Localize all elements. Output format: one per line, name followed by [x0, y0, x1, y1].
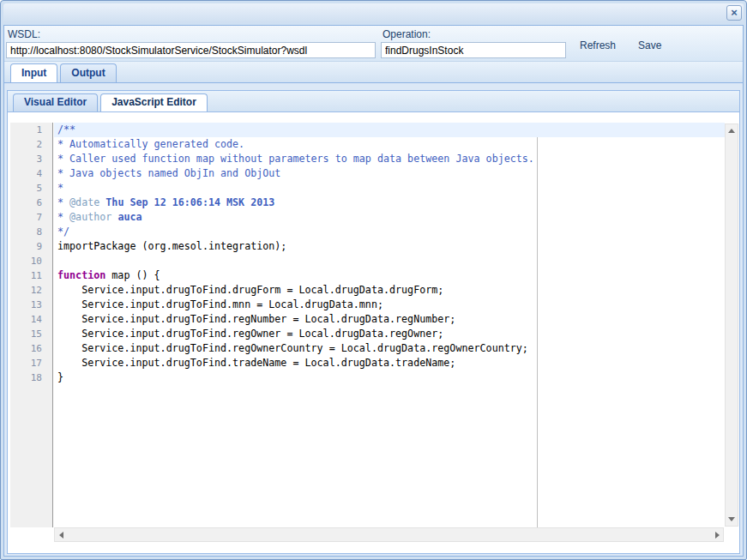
- code-line[interactable]: Service.input.drugToFind.tradeName = Loc…: [54, 356, 725, 370]
- line-number: 6: [10, 196, 52, 210]
- window-titlebar: ×: [3, 3, 744, 23]
- code-line[interactable]: * @author auca: [54, 210, 725, 225]
- code-line[interactable]: *: [54, 181, 725, 196]
- scroll-down-icon[interactable]: [726, 513, 738, 526]
- line-number: 15: [10, 327, 52, 341]
- close-icon[interactable]: ×: [726, 5, 742, 21]
- save-button[interactable]: Save: [636, 38, 664, 53]
- main-panel: WSDL: Operation: Refresh Save Input Outp…: [3, 25, 744, 557]
- code-line[interactable]: * Java objects named ObjIn and ObjOut: [54, 166, 725, 181]
- code-line[interactable]: [54, 254, 725, 268]
- toolbar-buttons: Refresh Save: [577, 27, 664, 63]
- code-line[interactable]: Service.input.drugToFind.regOwner = Loca…: [54, 327, 725, 341]
- operation-field-group: Operation:: [381, 27, 566, 58]
- line-number: 2: [10, 137, 52, 152]
- line-number: 12: [10, 283, 52, 298]
- scroll-right-icon[interactable]: [711, 528, 723, 541]
- line-number: 9: [10, 239, 52, 254]
- wsdl-field-group: WSDL:: [6, 27, 376, 58]
- operation-label: Operation:: [383, 28, 566, 40]
- line-number: 13: [10, 298, 52, 312]
- tab-visual-editor[interactable]: Visual Editor: [13, 93, 98, 111]
- code-line[interactable]: Service.input.drugToFind.regNumber = Loc…: [54, 312, 725, 327]
- line-number: 11: [10, 268, 52, 283]
- mapping-editor-window: × WSDL: Operation: Refresh Save Input Ou…: [0, 0, 747, 560]
- tab-javascript-editor[interactable]: JavaScript Editor: [100, 93, 208, 111]
- line-number: 10: [10, 254, 52, 268]
- code-line[interactable]: Service.input.drugToFind.drugForm = Loca…: [54, 283, 725, 298]
- code-line[interactable]: importPackage (org.mesol.integration);: [54, 239, 725, 254]
- line-number: 7: [10, 210, 52, 225]
- code-line[interactable]: }: [54, 370, 725, 385]
- operation-input[interactable]: [381, 42, 566, 58]
- toolbar: WSDL: Operation: Refresh Save: [4, 26, 743, 61]
- tab-output[interactable]: Output: [60, 63, 116, 82]
- editor-panel: Visual Editor JavaScript Editor 12345678…: [7, 90, 740, 554]
- scroll-up-icon[interactable]: [726, 124, 738, 137]
- line-number: 17: [10, 356, 52, 370]
- line-number: 3: [10, 152, 52, 166]
- code-line[interactable]: * @date Thu Sep 12 16:06:14 MSK 2013: [54, 196, 725, 210]
- code-editor[interactable]: 123456789101112131415161718 /*** Automat…: [8, 112, 739, 553]
- code-line[interactable]: Service.input.drugToFind.mnn = Local.dru…: [54, 298, 725, 312]
- line-number: 1: [10, 123, 52, 137]
- code-line[interactable]: Service.input.drugToFind.regOwnerCountry…: [54, 341, 725, 356]
- line-number: 8: [10, 225, 52, 239]
- editor-tabstrip: Visual Editor JavaScript Editor: [8, 91, 739, 112]
- line-number: 5: [10, 181, 52, 196]
- vertical-scrollbar[interactable]: [725, 123, 738, 527]
- input-tab-content: Visual Editor JavaScript Editor 12345678…: [4, 83, 743, 556]
- code-lines[interactable]: /*** Automatically generated code.* Call…: [54, 123, 725, 385]
- tab-input[interactable]: Input: [10, 63, 57, 82]
- main-tabstrip: Input Output: [4, 61, 743, 83]
- code-line[interactable]: function map () {: [54, 268, 725, 283]
- gutter: 123456789101112131415161718: [10, 123, 53, 527]
- wsdl-input[interactable]: [6, 42, 376, 58]
- code-line[interactable]: */: [54, 225, 725, 239]
- line-number: 14: [10, 312, 52, 327]
- code-line[interactable]: /**: [54, 123, 725, 137]
- line-number: 18: [10, 370, 52, 385]
- line-number: 4: [10, 166, 52, 181]
- scroll-left-icon[interactable]: [55, 528, 67, 541]
- refresh-button[interactable]: Refresh: [577, 38, 618, 53]
- code-line[interactable]: * Caller used function map without param…: [54, 152, 725, 166]
- line-number: 16: [10, 341, 52, 356]
- code-line[interactable]: * Automatically generated code.: [54, 137, 725, 152]
- wsdl-label: WSDL:: [8, 28, 376, 40]
- horizontal-scrollbar[interactable]: [54, 527, 724, 542]
